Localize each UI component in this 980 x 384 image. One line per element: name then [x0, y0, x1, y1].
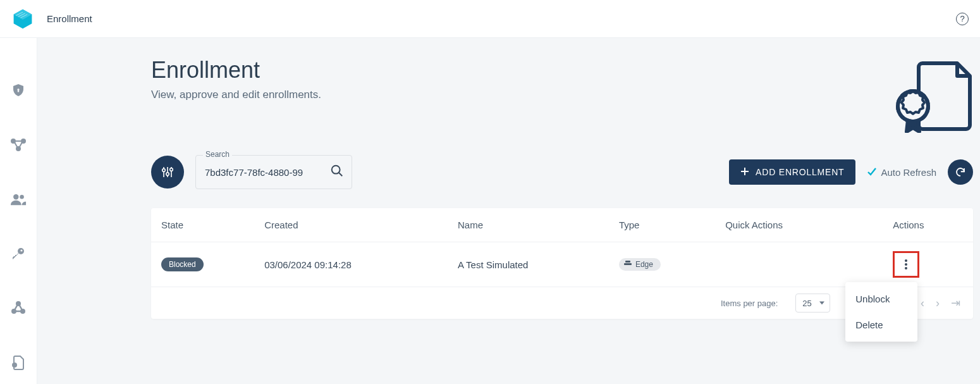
page-subtitle: View, approve and edit enrollments. — [151, 89, 321, 101]
next-page-button[interactable]: › — [936, 297, 940, 309]
row-actions-button[interactable]: Unblock Delete — [893, 251, 919, 278]
col-state: State — [151, 208, 254, 242]
filter-settings-button[interactable] — [151, 156, 184, 189]
topbar: Enrollment ? — [0, 0, 980, 38]
search-input[interactable] — [204, 166, 330, 178]
main-content: Enrollment View, approve and edit enroll… — [37, 38, 980, 384]
file-icon[interactable] — [10, 354, 27, 371]
enrollment-table: State Created Name Type Quick Actions Ac… — [151, 208, 973, 319]
col-created: Created — [254, 208, 448, 242]
svg-point-10 — [13, 194, 18, 199]
prev-page-button[interactable]: ‹ — [921, 297, 924, 309]
search-label: Search — [203, 150, 232, 159]
auto-refresh-toggle[interactable]: Auto Refresh — [867, 166, 936, 178]
svg-point-21 — [162, 169, 166, 172]
items-per-page-label: Items per page: — [721, 299, 778, 308]
topbar-title: Enrollment — [47, 13, 92, 24]
key-icon[interactable] — [10, 245, 27, 262]
col-quick: Quick Actions — [715, 208, 883, 242]
svg-point-11 — [20, 195, 23, 199]
help-icon[interactable]: ? — [956, 13, 969, 25]
svg-point-26 — [332, 166, 340, 174]
items-per-page-select[interactable]: 25 — [795, 294, 830, 313]
svg-point-13 — [20, 249, 22, 251]
shield-lock-icon[interactable] — [10, 82, 27, 99]
table-row: Blocked 03/06/2024 09:14:28 A Test Simul… — [151, 242, 973, 287]
users-icon[interactable] — [10, 191, 27, 207]
share-nodes-icon[interactable] — [10, 137, 27, 153]
col-type: Type — [609, 208, 715, 242]
auto-refresh-label: Auto Refresh — [881, 167, 936, 178]
type-label: Edge — [635, 260, 653, 269]
cell-created: 03/06/2024 09:14:28 — [254, 242, 448, 287]
cell-quick-actions — [715, 242, 883, 287]
sidebar — [0, 38, 37, 384]
search-icon[interactable] — [330, 164, 344, 180]
edge-icon — [624, 260, 632, 269]
type-pill: Edge — [619, 258, 661, 271]
svg-point-17 — [12, 362, 17, 368]
plus-icon — [740, 167, 749, 178]
actions-menu: Unblock Delete — [845, 282, 917, 342]
last-page-button[interactable]: ⇥ — [951, 297, 960, 309]
svg-rect-6 — [18, 90, 19, 92]
svg-rect-30 — [624, 263, 632, 265]
col-name: Name — [448, 208, 609, 242]
page-title: Enrollment — [151, 57, 321, 84]
svg-point-23 — [166, 173, 169, 176]
check-icon — [867, 166, 877, 178]
cell-name: A Test Simulated — [448, 242, 609, 287]
refresh-button[interactable] — [948, 159, 973, 185]
svg-line-27 — [339, 173, 343, 177]
add-enrollment-label: ADD ENROLLMENT — [756, 167, 844, 177]
certificate-icon — [891, 57, 973, 133]
svg-point-25 — [170, 168, 173, 171]
kebab-icon — [905, 259, 907, 269]
col-actions: Actions — [883, 208, 973, 242]
search-field: Search — [195, 155, 352, 189]
menu-item-unblock[interactable]: Unblock — [845, 286, 917, 312]
app-logo — [11, 8, 34, 30]
items-per-page-value: 25 — [802, 299, 811, 308]
add-enrollment-button[interactable]: ADD ENROLLMENT — [729, 159, 855, 185]
state-badge: Blocked — [161, 257, 204, 271]
svg-rect-31 — [625, 261, 630, 263]
menu-item-delete[interactable]: Delete — [845, 312, 917, 338]
caret-down-icon — [819, 302, 824, 305]
webhook-icon[interactable] — [10, 300, 27, 316]
controls-row: Search ADD ENROLLMENT — [151, 155, 973, 189]
